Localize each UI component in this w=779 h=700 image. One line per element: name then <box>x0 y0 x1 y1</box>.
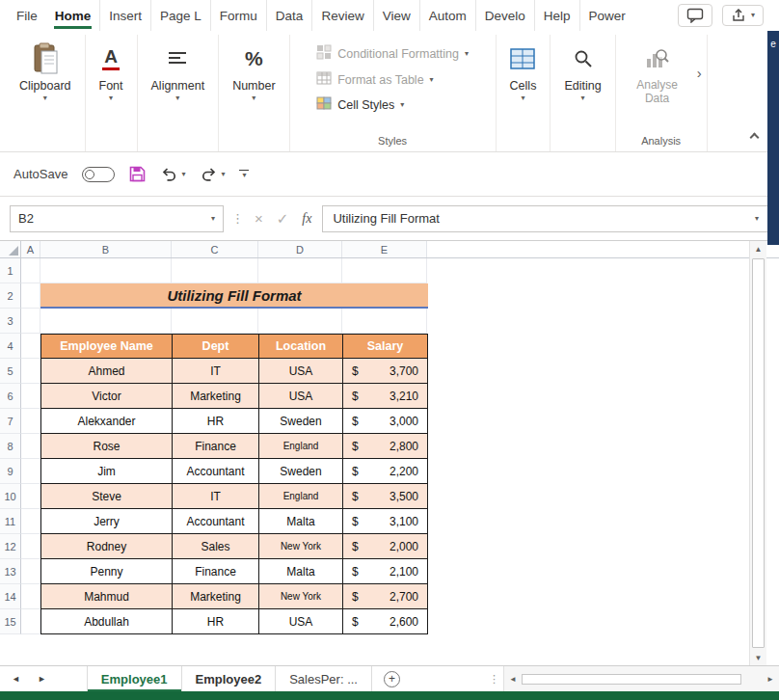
column-header-e[interactable]: E <box>342 241 427 257</box>
vertical-scrollbar-thumb[interactable] <box>752 258 765 648</box>
cell[interactable] <box>21 334 40 359</box>
salary-cell[interactable]: $3,000 <box>343 409 428 434</box>
more-options-icon[interactable]: › <box>697 65 702 81</box>
tab-developer[interactable]: Develo <box>475 0 534 31</box>
salary-cell[interactable]: $2,800 <box>343 434 428 459</box>
dept-cell[interactable]: IT <box>173 359 259 384</box>
tab-file[interactable]: File <box>8 0 46 31</box>
sheet-nav-left-icon[interactable]: ◄ <box>12 674 20 684</box>
cell[interactable] <box>21 534 40 559</box>
row-header[interactable]: 13 <box>0 559 21 584</box>
autosave-toggle[interactable] <box>82 167 115 182</box>
sheet-tab-employee1[interactable]: Employee1 <box>87 666 181 691</box>
tab-formulas[interactable]: Formu <box>210 0 266 31</box>
location-cell[interactable]: Sweden <box>259 459 343 484</box>
salary-cell[interactable]: $2,000 <box>343 534 428 559</box>
name-box[interactable]: B2 ▾ <box>10 205 224 232</box>
row-header[interactable]: 15 <box>0 609 21 634</box>
cell[interactable] <box>21 484 40 509</box>
location-cell[interactable]: New York <box>259 534 343 559</box>
employee-name-cell[interactable]: Ahmed <box>41 359 173 384</box>
dept-cell[interactable]: Finance <box>173 559 259 584</box>
sheet-tab-salesper[interactable]: SalesPer: ... <box>275 666 372 691</box>
editing-button[interactable]: Editing ▾ <box>555 37 609 106</box>
salary-cell[interactable]: $2,700 <box>343 584 428 609</box>
number-button[interactable]: % Number ▾ <box>224 37 283 106</box>
row-header[interactable]: 10 <box>0 484 21 509</box>
customize-toolbar-button[interactable]: ▾ <box>239 170 249 179</box>
cell[interactable] <box>21 459 40 484</box>
sheet-tab-employee2[interactable]: Employee2 <box>181 666 276 691</box>
employee-name-cell[interactable]: Jerry <box>41 509 173 534</box>
salary-cell[interactable]: $2,600 <box>343 609 428 634</box>
table-row[interactable]: Alekxander HR Sweden $3,000 <box>40 409 428 434</box>
redo-button[interactable]: ▾ <box>200 167 225 182</box>
tab-insert[interactable]: Insert <box>99 0 150 31</box>
row-header[interactable]: 5 <box>0 359 21 384</box>
cell[interactable] <box>21 359 40 384</box>
cell[interactable] <box>21 559 40 584</box>
cell[interactable] <box>342 258 427 283</box>
share-button[interactable]: ▾ <box>722 5 764 26</box>
cell[interactable] <box>21 283 40 309</box>
column-header-d[interactable]: D <box>258 241 342 257</box>
location-cell[interactable]: USA <box>259 359 343 384</box>
salary-cell[interactable]: $3,500 <box>343 484 428 509</box>
dept-cell[interactable]: Marketing <box>173 384 259 409</box>
dept-cell[interactable]: Accountant <box>173 459 259 484</box>
cell[interactable] <box>21 409 40 434</box>
dept-cell[interactable]: Finance <box>173 434 259 459</box>
dept-cell[interactable]: HR <box>173 609 259 634</box>
conditional-formatting-button[interactable]: Conditional Formatting ▾ <box>310 41 474 66</box>
table-row[interactable]: Jerry Accountant Malta $3,100 <box>40 509 428 534</box>
table-row[interactable]: Penny Finance Malta $2,100 <box>40 559 428 584</box>
horizontal-scrollbar[interactable]: ◄ ► <box>503 666 779 691</box>
sheet-nav-right-icon[interactable]: ► <box>38 674 46 684</box>
row-header[interactable]: 1 <box>0 258 21 283</box>
location-cell[interactable]: Sweden <box>259 409 343 434</box>
row-header[interactable]: 11 <box>0 509 21 534</box>
comments-button[interactable] <box>678 4 712 27</box>
cell[interactable] <box>342 309 427 334</box>
employee-name-cell[interactable]: Abdullah <box>41 609 173 634</box>
scroll-up-icon[interactable]: ▲ <box>755 241 763 256</box>
formula-bar-expand-icon[interactable]: ▾ <box>755 215 759 223</box>
tab-review[interactable]: Review <box>311 0 372 31</box>
salary-cell[interactable]: $2,200 <box>343 459 428 484</box>
insert-function-button[interactable]: fx <box>299 211 314 227</box>
row-header[interactable]: 9 <box>0 459 21 484</box>
table-row[interactable]: Rodney Sales New York $2,000 <box>40 534 428 559</box>
location-cell[interactable]: England <box>259 484 343 509</box>
location-cell[interactable]: USA <box>259 384 343 409</box>
clipboard-button[interactable]: Clipboard ▾ <box>11 37 80 106</box>
cancel-icon[interactable]: × <box>252 210 266 227</box>
format-as-table-button[interactable]: Format as Table ▾ <box>310 68 439 91</box>
column-header-b[interactable]: B <box>40 241 172 257</box>
cell[interactable] <box>258 258 342 283</box>
tab-data[interactable]: Data <box>266 0 312 31</box>
employee-name-cell[interactable]: Victor <box>41 384 173 409</box>
row-header[interactable]: 7 <box>0 409 21 434</box>
header-location[interactable]: Location <box>259 335 343 359</box>
row-header[interactable]: 4 <box>0 334 21 359</box>
cell[interactable] <box>21 584 40 609</box>
tab-view[interactable]: View <box>373 0 419 31</box>
cell[interactable] <box>21 384 40 409</box>
tab-help[interactable]: Help <box>534 0 579 31</box>
salary-cell[interactable]: $2,100 <box>343 559 428 584</box>
dept-cell[interactable]: Accountant <box>173 509 259 534</box>
new-sheet-button[interactable]: + <box>384 671 400 687</box>
cell[interactable] <box>21 509 40 534</box>
horizontal-scrollbar-thumb[interactable] <box>522 674 741 685</box>
salary-cell[interactable]: $3,700 <box>343 359 428 384</box>
employee-name-cell[interactable]: Alekxander <box>41 409 173 434</box>
tab-automate[interactable]: Autom <box>419 0 475 31</box>
dept-cell[interactable]: HR <box>173 409 259 434</box>
table-row[interactable]: Victor Marketing USA $3,210 <box>40 384 428 409</box>
location-cell[interactable]: USA <box>259 609 343 634</box>
select-all-corner[interactable] <box>0 241 21 257</box>
scrollbar-split-handle[interactable]: ⋮ <box>485 666 503 691</box>
collapse-ribbon-icon[interactable] <box>750 133 760 143</box>
header-salary[interactable]: Salary <box>343 335 428 359</box>
dept-cell[interactable]: Sales <box>173 534 259 559</box>
